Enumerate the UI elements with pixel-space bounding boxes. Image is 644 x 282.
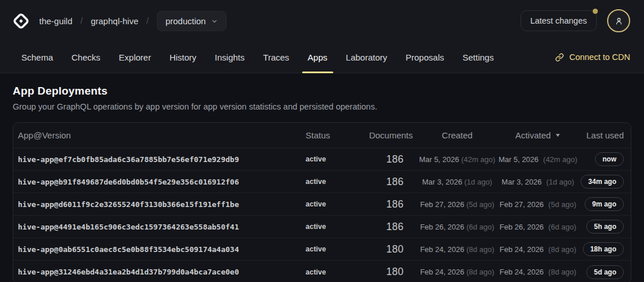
app-version-id[interactable]: hive-app@d6011f9c2e32655240f3130b366e15f…	[18, 200, 302, 209]
tab-label: Checks	[71, 52, 100, 62]
top-bar-right: Latest changes	[521, 9, 630, 32]
created-date: Feb 24, 2026 (8d ago)	[415, 245, 499, 254]
column-header-status: Status	[302, 130, 355, 140]
hive-logo-icon[interactable]	[12, 12, 31, 31]
created-date: Mar 3, 2026 (1d ago)	[415, 178, 499, 186]
date-absolute: Feb 24, 2026	[420, 245, 465, 254]
date-relative: (8d ago)	[548, 245, 576, 254]
column-header-activated[interactable]: Activated	[499, 130, 577, 140]
chevron-down-icon	[211, 17, 218, 25]
created-date: Mar 5, 2026 (42m ago)	[415, 155, 499, 164]
date-absolute: Feb 24, 2026	[499, 268, 544, 276]
app-deployments-table: App@Version Status Documents Created Act…	[13, 122, 631, 282]
app-version-id[interactable]: hive-app@31246ebd4a31ea2b4d1d37b799d0a4b…	[18, 268, 302, 276]
created-date: Feb 27, 2026 (5d ago)	[415, 200, 499, 209]
tab-checks[interactable]: Checks	[62, 42, 110, 73]
tab-laboratory[interactable]: Laboratory	[337, 42, 397, 73]
date-absolute: Mar 3, 2026	[502, 178, 541, 186]
connect-to-cdn-label: Connect to CDN	[569, 52, 630, 62]
tab-label: Settings	[462, 52, 494, 62]
hive-diamond-icon	[12, 12, 31, 31]
tab-traces[interactable]: Traces	[254, 42, 298, 73]
latest-changes-button[interactable]: Latest changes	[521, 10, 597, 31]
documents-count: 186	[355, 153, 415, 166]
column-header-created[interactable]: Created	[415, 130, 499, 140]
date-relative: (8d ago)	[466, 268, 494, 276]
column-header-label: Created	[442, 130, 472, 140]
status-value: active	[302, 178, 355, 186]
user-icon	[614, 16, 624, 26]
date-relative: (8d ago)	[548, 268, 576, 276]
main-content: App Deployments Group your GraphQL opera…	[0, 73, 644, 282]
tab-label: Apps	[308, 52, 327, 62]
table-row[interactable]: hive-app@31246ebd4a31ea2b4d1d37b799d0a4b…	[13, 261, 631, 282]
breadcrumb: the-guild / graphql-hive / production	[39, 11, 227, 31]
date-absolute: Feb 24, 2026	[420, 268, 465, 276]
column-header-last-used: Last used	[577, 130, 624, 140]
column-header-app-version: App@Version	[18, 130, 302, 140]
date-absolute: Mar 5, 2026	[419, 155, 459, 164]
date-relative: (5d ago)	[548, 200, 576, 209]
created-date: Feb 24, 2026 (8d ago)	[415, 268, 499, 276]
date-relative: (8d ago)	[466, 245, 494, 254]
tab-settings[interactable]: Settings	[453, 42, 503, 73]
breadcrumb-org[interactable]: the-guild	[39, 16, 73, 26]
last-used-cell: 5d ago	[577, 265, 624, 279]
target-selector[interactable]: production	[157, 11, 227, 31]
tab-label: Proposals	[406, 52, 445, 62]
date-absolute: Feb 27, 2026	[420, 200, 465, 209]
app-version-id[interactable]: hive-app@0ab6551c0aec8c5e0b88f3534ebc509…	[18, 245, 302, 254]
date-relative: (42m ago)	[543, 155, 577, 164]
sort-desc-icon	[555, 133, 560, 137]
app-version-id[interactable]: hive-app@b91f849687de6d0bd0b54f5e29e356c…	[18, 178, 302, 186]
tab-proposals[interactable]: Proposals	[397, 42, 454, 73]
status-value: active	[302, 223, 355, 231]
latest-changes-label: Latest changes	[530, 16, 587, 25]
tab-label: Traces	[263, 52, 289, 62]
tab-label: Insights	[215, 52, 245, 62]
status-value: active	[302, 245, 355, 253]
table-row[interactable]: hive-app@0ab6551c0aec8c5e0b88f3534ebc509…	[13, 238, 631, 261]
breadcrumb-separator: /	[81, 16, 83, 25]
notification-dot	[593, 9, 598, 14]
activated-date: Feb 27, 2026 (5d ago)	[499, 200, 577, 209]
table-row[interactable]: hive-app@4491e4b165c906c3edc1597364263e5…	[13, 216, 631, 238]
status-value: active	[302, 200, 355, 208]
date-relative: (1d ago)	[464, 178, 492, 186]
column-header-documents: Documents	[355, 130, 415, 140]
top-chrome: the-guild / graphql-hive / production La…	[0, 0, 644, 73]
app-version-id[interactable]: hive-app@4491e4b165c906c3edc1597364263e5…	[18, 223, 302, 231]
app-version-id[interactable]: hive-app@ef7cb0fb85ada6c36a7885bb7e56ef0…	[18, 155, 302, 164]
last-used-badge: now	[595, 152, 624, 166]
tab-schema[interactable]: Schema	[12, 42, 62, 73]
table-row[interactable]: hive-app@b91f849687de6d0bd0b54f5e29e356c…	[13, 171, 631, 193]
documents-count: 186	[355, 176, 415, 188]
breadcrumb-project[interactable]: graphql-hive	[91, 16, 138, 26]
created-date: Feb 26, 2026 (6d ago)	[415, 223, 499, 231]
status-value: active	[302, 155, 355, 163]
user-avatar[interactable]	[607, 9, 630, 32]
last-used-cell: 18h ago	[577, 242, 624, 256]
page-title: App Deployments	[13, 85, 631, 97]
page-subtitle: Group your GraphQL operations by app ver…	[13, 102, 631, 111]
date-absolute: Feb 24, 2026	[499, 245, 544, 254]
date-absolute: Feb 26, 2026	[420, 223, 465, 231]
table-row[interactable]: hive-app@d6011f9c2e32655240f3130b366e15f…	[13, 193, 631, 216]
column-header-label: Activated	[515, 130, 551, 140]
last-used-cell: now	[577, 152, 624, 166]
tab-apps[interactable]: Apps	[299, 42, 337, 73]
tab-history[interactable]: History	[160, 42, 206, 73]
last-used-badge: 5h ago	[586, 220, 624, 234]
last-used-badge: 5d ago	[586, 265, 624, 279]
activated-date: Feb 26, 2026 (6d ago)	[499, 223, 577, 231]
date-relative: (5d ago)	[466, 200, 494, 209]
tab-explorer[interactable]: Explorer	[110, 42, 160, 73]
target-selector-label: production	[165, 16, 206, 26]
table-row[interactable]: hive-app@ef7cb0fb85ada6c36a7885bb7e56ef0…	[13, 148, 631, 171]
activated-date: Mar 5, 2026 (42m ago)	[499, 155, 577, 164]
table-header-row: App@Version Status Documents Created Act…	[13, 123, 631, 148]
tab-insights[interactable]: Insights	[206, 42, 254, 73]
date-absolute: Mar 3, 2026	[422, 178, 462, 186]
connect-to-cdn-link[interactable]: Connect to CDN	[555, 42, 630, 73]
tab-label: Explorer	[119, 52, 151, 62]
